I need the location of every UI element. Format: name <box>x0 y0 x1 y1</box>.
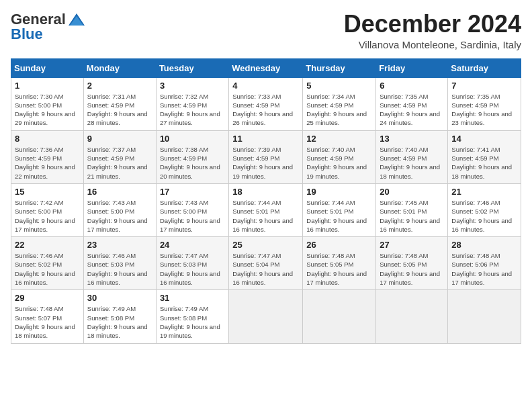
calendar-cell: 25 Sunrise: 7:47 AM Sunset: 5:04 PM Dayl… <box>229 237 303 290</box>
day-number: 25 <box>232 240 299 250</box>
day-number: 10 <box>160 134 225 144</box>
calendar-cell: 23 Sunrise: 7:46 AM Sunset: 5:03 PM Dayl… <box>83 237 156 290</box>
day-info: Sunrise: 7:41 AM Sunset: 4:59 PM Dayligh… <box>451 145 517 181</box>
day-info: Sunrise: 7:34 AM Sunset: 4:59 PM Dayligh… <box>306 92 372 128</box>
col-header-monday: Monday <box>83 58 156 77</box>
day-info: Sunrise: 7:32 AM Sunset: 4:59 PM Dayligh… <box>160 92 225 128</box>
col-header-thursday: Thursday <box>303 58 376 77</box>
day-number: 11 <box>232 134 299 144</box>
calendar-cell: 8 Sunrise: 7:36 AM Sunset: 4:59 PM Dayli… <box>11 130 84 183</box>
day-number: 22 <box>15 240 80 250</box>
day-number: 4 <box>232 81 299 91</box>
calendar-cell: 12 Sunrise: 7:40 AM Sunset: 4:59 PM Dayl… <box>303 130 376 183</box>
calendar-cell <box>448 290 521 343</box>
calendar-cell: 26 Sunrise: 7:48 AM Sunset: 5:05 PM Dayl… <box>303 237 376 290</box>
col-header-friday: Friday <box>376 58 448 77</box>
day-number: 1 <box>15 81 80 91</box>
calendar-week-row: 22 Sunrise: 7:46 AM Sunset: 5:02 PM Dayl… <box>11 237 521 290</box>
calendar-header-row: SundayMondayTuesdayWednesdayThursdayFrid… <box>11 58 521 77</box>
day-number: 7 <box>451 81 517 91</box>
day-number: 12 <box>306 134 372 144</box>
day-number: 13 <box>380 134 444 144</box>
calendar-cell: 28 Sunrise: 7:48 AM Sunset: 5:06 PM Dayl… <box>448 237 521 290</box>
calendar-week-row: 1 Sunrise: 7:30 AM Sunset: 5:00 PM Dayli… <box>11 77 521 130</box>
day-info: Sunrise: 7:49 AM Sunset: 5:08 PM Dayligh… <box>87 304 152 340</box>
day-number: 24 <box>160 240 225 250</box>
day-info: Sunrise: 7:46 AM Sunset: 5:02 PM Dayligh… <box>15 251 80 287</box>
location-title: Villanova Monteleone, Sardinia, Italy <box>344 39 521 50</box>
calendar-week-row: 8 Sunrise: 7:36 AM Sunset: 4:59 PM Dayli… <box>11 130 521 183</box>
day-info: Sunrise: 7:35 AM Sunset: 4:59 PM Dayligh… <box>380 92 444 128</box>
day-info: Sunrise: 7:48 AM Sunset: 5:05 PM Dayligh… <box>306 251 372 287</box>
calendar-table: SundayMondayTuesdayWednesdayThursdayFrid… <box>11 58 521 344</box>
day-info: Sunrise: 7:46 AM Sunset: 5:02 PM Dayligh… <box>451 198 517 234</box>
day-info: Sunrise: 7:37 AM Sunset: 4:59 PM Dayligh… <box>87 145 152 181</box>
calendar-cell: 4 Sunrise: 7:33 AM Sunset: 4:59 PM Dayli… <box>229 77 303 130</box>
day-info: Sunrise: 7:36 AM Sunset: 4:59 PM Dayligh… <box>15 145 80 181</box>
day-info: Sunrise: 7:47 AM Sunset: 5:03 PM Dayligh… <box>160 251 225 287</box>
calendar-cell: 18 Sunrise: 7:44 AM Sunset: 5:01 PM Dayl… <box>229 183 303 236</box>
calendar-week-row: 15 Sunrise: 7:42 AM Sunset: 5:00 PM Dayl… <box>11 183 521 236</box>
calendar-week-row: 29 Sunrise: 7:48 AM Sunset: 5:07 PM Dayl… <box>11 290 521 343</box>
col-header-saturday: Saturday <box>448 58 521 77</box>
day-info: Sunrise: 7:42 AM Sunset: 5:00 PM Dayligh… <box>15 198 80 234</box>
day-number: 3 <box>160 81 225 91</box>
logo-blue-text: Blue <box>11 26 43 43</box>
day-number: 2 <box>87 81 152 91</box>
day-info: Sunrise: 7:40 AM Sunset: 4:59 PM Dayligh… <box>380 145 444 181</box>
calendar-cell: 10 Sunrise: 7:38 AM Sunset: 4:59 PM Dayl… <box>156 130 228 183</box>
day-info: Sunrise: 7:43 AM Sunset: 5:00 PM Dayligh… <box>160 198 225 234</box>
col-header-tuesday: Tuesday <box>156 58 228 77</box>
page-header: General Blue December 2024 Villanova Mon… <box>11 11 521 50</box>
calendar-cell: 21 Sunrise: 7:46 AM Sunset: 5:02 PM Dayl… <box>448 183 521 236</box>
calendar-cell: 29 Sunrise: 7:48 AM Sunset: 5:07 PM Dayl… <box>11 290 84 343</box>
day-info: Sunrise: 7:46 AM Sunset: 5:03 PM Dayligh… <box>87 251 152 287</box>
day-number: 9 <box>87 134 152 144</box>
day-info: Sunrise: 7:49 AM Sunset: 5:08 PM Dayligh… <box>160 304 225 340</box>
calendar-cell: 31 Sunrise: 7:49 AM Sunset: 5:08 PM Dayl… <box>156 290 228 343</box>
calendar-cell <box>376 290 448 343</box>
calendar-cell: 2 Sunrise: 7:31 AM Sunset: 4:59 PM Dayli… <box>83 77 156 130</box>
day-info: Sunrise: 7:38 AM Sunset: 4:59 PM Dayligh… <box>160 145 225 181</box>
day-number: 31 <box>160 293 225 303</box>
day-info: Sunrise: 7:35 AM Sunset: 4:59 PM Dayligh… <box>451 92 517 128</box>
day-number: 18 <box>232 187 299 197</box>
day-info: Sunrise: 7:45 AM Sunset: 5:01 PM Dayligh… <box>380 198 444 234</box>
day-number: 26 <box>306 240 372 250</box>
month-title: December 2024 <box>344 11 521 38</box>
day-number: 30 <box>87 293 152 303</box>
day-info: Sunrise: 7:30 AM Sunset: 5:00 PM Dayligh… <box>15 92 80 128</box>
day-number: 23 <box>87 240 152 250</box>
day-number: 6 <box>380 81 444 91</box>
calendar-cell: 13 Sunrise: 7:40 AM Sunset: 4:59 PM Dayl… <box>376 130 448 183</box>
calendar-cell: 9 Sunrise: 7:37 AM Sunset: 4:59 PM Dayli… <box>83 130 156 183</box>
calendar-cell: 5 Sunrise: 7:34 AM Sunset: 4:59 PM Dayli… <box>303 77 376 130</box>
day-number: 8 <box>15 134 80 144</box>
day-info: Sunrise: 7:39 AM Sunset: 4:59 PM Dayligh… <box>232 145 299 181</box>
calendar-cell <box>303 290 376 343</box>
calendar-cell <box>229 290 303 343</box>
day-number: 17 <box>160 187 225 197</box>
day-info: Sunrise: 7:33 AM Sunset: 4:59 PM Dayligh… <box>232 92 299 128</box>
day-info: Sunrise: 7:31 AM Sunset: 4:59 PM Dayligh… <box>87 92 152 128</box>
day-number: 15 <box>15 187 80 197</box>
calendar-cell: 3 Sunrise: 7:32 AM Sunset: 4:59 PM Dayli… <box>156 77 228 130</box>
calendar-cell: 22 Sunrise: 7:46 AM Sunset: 5:02 PM Dayl… <box>11 237 84 290</box>
calendar-cell: 11 Sunrise: 7:39 AM Sunset: 4:59 PM Dayl… <box>229 130 303 183</box>
day-info: Sunrise: 7:48 AM Sunset: 5:06 PM Dayligh… <box>451 251 517 287</box>
day-info: Sunrise: 7:40 AM Sunset: 4:59 PM Dayligh… <box>306 145 372 181</box>
day-number: 19 <box>306 187 372 197</box>
day-number: 14 <box>451 134 517 144</box>
calendar-cell: 6 Sunrise: 7:35 AM Sunset: 4:59 PM Dayli… <box>376 77 448 130</box>
calendar-cell: 20 Sunrise: 7:45 AM Sunset: 5:01 PM Dayl… <box>376 183 448 236</box>
col-header-wednesday: Wednesday <box>229 58 303 77</box>
calendar-cell: 15 Sunrise: 7:42 AM Sunset: 5:00 PM Dayl… <box>11 183 84 236</box>
calendar-cell: 16 Sunrise: 7:43 AM Sunset: 5:00 PM Dayl… <box>83 183 156 236</box>
day-number: 20 <box>380 187 444 197</box>
day-number: 29 <box>15 293 80 303</box>
calendar-cell: 27 Sunrise: 7:48 AM Sunset: 5:05 PM Dayl… <box>376 237 448 290</box>
day-info: Sunrise: 7:48 AM Sunset: 5:05 PM Dayligh… <box>380 251 444 287</box>
logo-icon <box>67 12 86 27</box>
calendar-cell: 24 Sunrise: 7:47 AM Sunset: 5:03 PM Dayl… <box>156 237 228 290</box>
calendar-cell: 19 Sunrise: 7:44 AM Sunset: 5:01 PM Dayl… <box>303 183 376 236</box>
